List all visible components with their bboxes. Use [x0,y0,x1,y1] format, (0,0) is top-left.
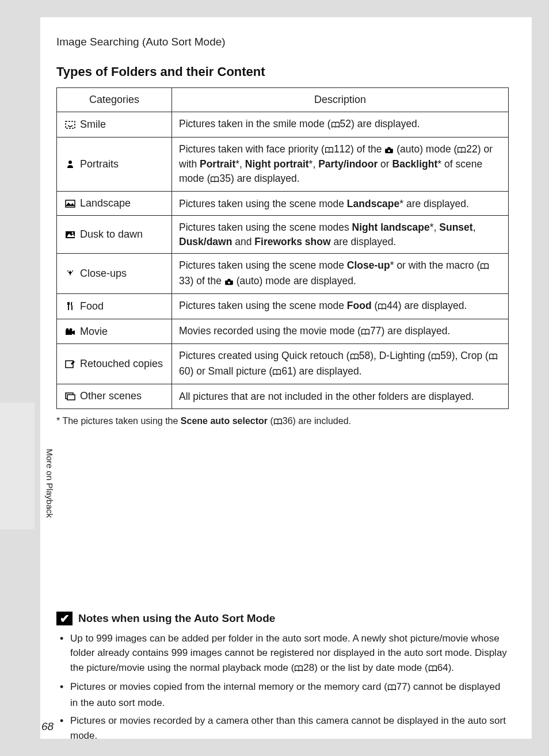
description-cell: Pictures taken using the scene modes Nig… [172,216,509,254]
svg-point-13 [70,328,73,331]
svg-point-8 [72,232,74,234]
table-row: Landscape Pictures taken using the scene… [57,192,509,216]
category-label: Movie [80,326,108,337]
page-ref-icon [457,143,466,158]
page-ref-icon [273,417,283,427]
page-ref-icon [350,350,359,364]
category-label: Close-ups [80,268,127,279]
page-ref-icon [489,350,498,364]
note-item: Pictures or movies copied from the inter… [60,679,509,710]
table-row: Food Pictures taken using the scene mode… [57,294,509,319]
table-row: Portraits Pictures taken with face prior… [57,137,509,192]
description-cell: Pictures taken using the scene mode Land… [172,192,509,216]
description-cell: Movies recorded using the movie mode (77… [172,319,509,344]
page-ref-icon [480,259,489,274]
page-ref-icon [378,300,387,314]
description-cell: All pictures that are not included in th… [172,384,509,408]
svg-point-12 [66,328,69,331]
table-row: Retouched copies Pictures created using … [57,344,509,384]
svg-point-5 [68,161,72,164]
note-item: Pictures or movies recorded by a camera … [60,713,509,743]
svg-point-10 [72,270,73,272]
table-row: Smile Pictures taken in the smile mode (… [57,112,509,138]
breadcrumb: Image Searching (Auto Sort Mode) [56,36,509,48]
page-ref-icon [387,681,396,696]
smile-icon [64,117,77,132]
description-cell: Pictures created using Quick retouch (58… [172,344,509,384]
table-row: Movie Movies recorded using the movie mo… [57,319,509,344]
category-label: Food [80,300,104,312]
page-ref-icon [428,662,437,677]
svg-rect-4 [66,121,75,128]
notes-title: ✔ Notes when using the Auto Sort Mode [56,612,509,625]
camera-icon [224,275,234,289]
food-icon [64,299,77,314]
table-row: Dusk to dawn Pictures taken using the sc… [57,216,509,254]
retouch-icon [64,357,77,371]
portrait-icon [64,157,77,171]
page-ref-icon [210,173,219,187]
category-label: Dusk to dawn [80,228,143,240]
category-label: Other scenes [80,390,142,402]
camera-icon [384,143,394,158]
page-ref-icon [294,662,303,677]
side-section-label: More on Playback [45,449,55,518]
notes-block: ✔ Notes when using the Auto Sort Mode Up… [56,612,509,743]
svg-point-9 [67,270,68,272]
category-label: Portraits [80,158,119,170]
page-ref-icon [325,143,334,158]
table-row: Close-ups Pictures taken using the scene… [57,254,509,294]
page-ref-icon [361,325,370,339]
table-row: Other scenes All pictures that are not i… [57,384,509,408]
header-description: Description [172,88,509,112]
description-cell: Pictures taken in the smile mode (52) ar… [172,112,509,138]
page-ref-icon [431,350,440,364]
closeup-icon [64,266,77,281]
movie-icon [64,324,77,339]
footnote: * The pictures taken using the Scene aut… [56,416,509,427]
side-margin-tab [0,403,35,529]
other-scenes-icon [64,389,77,403]
page-number: 68 [41,720,54,733]
svg-rect-16 [67,395,75,400]
header-categories: Categories [57,88,172,112]
category-label: Retouched copies [80,358,163,369]
landscape-icon [64,196,77,211]
page-ref-icon [272,365,281,380]
page-sheet: Image Searching (Auto Sort Mode) Types o… [40,17,532,739]
category-label: Smile [80,119,106,130]
description-cell: Pictures taken using the scene mode Clos… [172,254,509,294]
description-cell: Pictures taken using the scene mode Food… [172,294,509,319]
dusk-icon [64,227,77,242]
svg-rect-6 [66,200,75,207]
check-badge-icon: ✔ [56,612,73,625]
section-title: Types of Folders and their Content [56,64,509,79]
folders-table: Categories Description Smile Pictures ta… [56,87,509,409]
description-cell: Pictures taken with face priority (112) … [172,137,509,192]
page-ref-icon [331,118,340,132]
note-item: Up to 999 images can be added per folder… [60,631,509,677]
category-label: Landscape [80,197,131,209]
